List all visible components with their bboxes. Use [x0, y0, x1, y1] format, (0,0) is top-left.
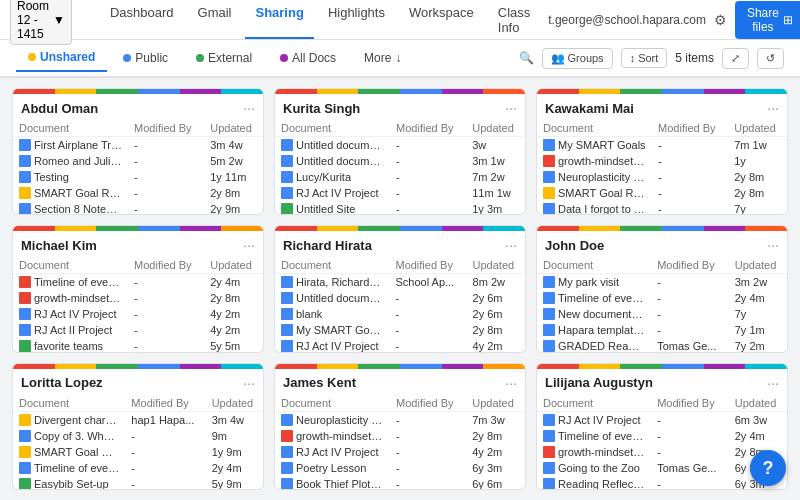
nav-classinfo[interactable]: Class Info [488, 1, 541, 39]
table-row[interactable]: My park visit - 3m 2w [537, 274, 787, 291]
table-row[interactable]: Testing - 1y 11m [13, 169, 263, 185]
unshared-dot [28, 53, 36, 61]
doc-title: growth-mindset-poste... [13, 290, 128, 306]
doc-title: Book Thief Plot Diagram [275, 476, 390, 490]
table-row[interactable]: My SMART Goals - 7m 1w [537, 137, 787, 154]
table-row[interactable]: Lucy/Kurita - 7m 2w [275, 169, 525, 185]
table-row[interactable]: Neuroplasticity Respo... - 2y 8m [537, 169, 787, 185]
more-button[interactable]: More ↓ [352, 45, 413, 71]
card-header: Kawakami Mai ··· [537, 94, 787, 120]
table-row[interactable]: First Airplane Trip Pas... - 3m 4w [13, 137, 263, 154]
doc-modified: - [651, 274, 729, 291]
doc-modified: - [390, 201, 466, 215]
doc-title: Untitled document [275, 153, 390, 169]
col-document: Document [275, 395, 390, 412]
card-menu-button[interactable]: ··· [243, 237, 255, 253]
table-row[interactable]: RJ Act IV Project - 4y 2m [275, 444, 525, 460]
doc-title: Neuroplasticity Respo... [537, 169, 652, 185]
nav-dashboard[interactable]: Dashboard [100, 1, 184, 39]
table-row[interactable]: SMART Goal Rubric - 2y 8m [13, 185, 263, 201]
refresh-button[interactable]: ↺ [757, 48, 784, 69]
nav-workspace[interactable]: Workspace [399, 1, 484, 39]
table-row[interactable]: Book Thief Plot Diagram - 6y 6m [275, 476, 525, 490]
table-row[interactable]: growth-mindset-poste... - 2y 8m [13, 290, 263, 306]
sort-button[interactable]: ↕ Sort [621, 48, 668, 68]
doc-title: Hapara template John ... [537, 322, 651, 338]
table-row[interactable]: Timeline of events Lor... - 2y 4m [13, 460, 263, 476]
card-menu-button[interactable]: ··· [505, 100, 517, 116]
table-row[interactable]: growth-mindset-poste... - 1y [537, 153, 787, 169]
table-row[interactable]: New document John D... - 7y [537, 306, 787, 322]
table-row[interactable]: RJ Act II Project - 4y 2m [13, 322, 263, 338]
card-menu-button[interactable]: ··· [767, 100, 779, 116]
table-row[interactable]: Neuroplasticity Respo... - 7m 3w [275, 411, 525, 428]
card-menu-button[interactable]: ··· [243, 100, 255, 116]
card-header: Richard Hirata ··· [275, 231, 525, 257]
help-button[interactable]: ? [750, 450, 786, 486]
doc-updated: 2y 8m [466, 428, 525, 444]
table-row[interactable]: Data I forgot to put in ... - 7y [537, 201, 787, 215]
card-menu-button[interactable]: ··· [505, 237, 517, 253]
table-row[interactable]: Timeline of events Mic... - 2y 4m [13, 274, 263, 291]
table-row[interactable]: growth-mindset-poste... - 2y 8m [537, 444, 787, 460]
doc-title: Easybib Set-up [13, 476, 125, 490]
tab-unshared[interactable]: Unshared [16, 44, 107, 72]
doc-modified: - [125, 460, 205, 476]
doc-updated: 2y 4m [729, 428, 787, 444]
doc-updated: 7y [728, 201, 787, 215]
share-files-label: Share files [747, 6, 779, 34]
doc-modified: - [390, 444, 466, 460]
table-row[interactable]: Copy of 3. What city is ... - 9m [13, 428, 263, 444]
card-menu-button[interactable]: ··· [767, 375, 779, 391]
table-row[interactable]: Hirata, Richard_Test ... School Ap... 8m… [275, 274, 525, 291]
doc-icon [543, 203, 555, 215]
gear-icon[interactable]: ⚙ [714, 12, 727, 28]
table-row[interactable]: Untitled document - 2y 6m [275, 290, 525, 306]
tab-public[interactable]: Public [111, 45, 180, 71]
table-row[interactable]: Easybib Set-up - 5y 9m [13, 476, 263, 490]
table-row[interactable]: My SMART Goals - 2y 8m [275, 322, 525, 338]
table-row[interactable]: Divergent characters hap1 Hapa... 3m 4w [13, 411, 263, 428]
share-files-button[interactable]: Share files ⊞ [735, 1, 800, 39]
room-selector[interactable]: Room 12 - 1415 ▼ [10, 0, 72, 45]
table-row[interactable]: SMART Goal Rubric - 2y 8m [537, 185, 787, 201]
tab-external[interactable]: External [184, 45, 264, 71]
table-row[interactable]: favorite teams - 5y 5m [13, 338, 263, 352]
doc-icon [19, 292, 31, 304]
card-color-bar [537, 226, 787, 231]
groups-button[interactable]: 👥 Groups [542, 48, 613, 69]
table-row[interactable]: GRADED Reading Refl... Tomas Ge... 7y 2m [537, 338, 787, 352]
card-menu-button[interactable]: ··· [505, 375, 517, 391]
table-row[interactable]: Poetry Lesson - 6y 3m [275, 460, 525, 476]
nav-gmail[interactable]: Gmail [188, 1, 242, 39]
table-row[interactable]: Reading Reflections Lil... - 6y 3m [537, 476, 787, 490]
table-row[interactable]: Section 8 Notes - Loyal... - 2y 9m [13, 201, 263, 215]
table-row[interactable]: Untitled document - 3w [275, 137, 525, 154]
table-row[interactable]: Untitled document - 3m 1w [275, 153, 525, 169]
tab-alldocs[interactable]: All Docs [268, 45, 348, 71]
search-icon[interactable]: 🔍 [519, 51, 534, 65]
table-row[interactable]: Hapara template John ... - 7y 1m [537, 322, 787, 338]
card-menu-button[interactable]: ··· [767, 237, 779, 253]
doc-title: growth-mindset-poste... [537, 153, 652, 169]
col-updated: Updated [728, 120, 787, 137]
table-row[interactable]: RJ Act IV Project - 6m 3w [537, 411, 787, 428]
doc-modified: - [128, 338, 204, 352]
doc-updated: 1y 3m [466, 201, 525, 215]
nav-highlights[interactable]: Highlights [318, 1, 395, 39]
table-row[interactable]: Romeo and Juliet - My... - 5m 2w [13, 153, 263, 169]
table-row[interactable]: growth-mindset-poste... - 2y 8m [275, 428, 525, 444]
card-menu-button[interactable]: ··· [243, 375, 255, 391]
table-row[interactable]: SMART Goal Rubric - 1y 9m [13, 444, 263, 460]
nav-sharing[interactable]: Sharing [245, 1, 313, 39]
expand-button[interactable]: ⤢ [722, 48, 749, 69]
card-color-bar [13, 364, 263, 369]
table-row[interactable]: blank - 2y 6m [275, 306, 525, 322]
table-row[interactable]: RJ Act IV Project - 11m 1w [275, 185, 525, 201]
table-row[interactable]: Timeline of events Joh... - 2y 4m [537, 290, 787, 306]
table-row[interactable]: Timeline of events Lilij... - 2y 4m [537, 428, 787, 444]
table-row[interactable]: Untitled Site - 1y 3m [275, 201, 525, 215]
doc-modified: - [389, 338, 466, 352]
table-row[interactable]: RJ Act IV Project - 4y 2m [13, 306, 263, 322]
table-row[interactable]: RJ Act IV Project - 4y 2m [275, 338, 525, 352]
